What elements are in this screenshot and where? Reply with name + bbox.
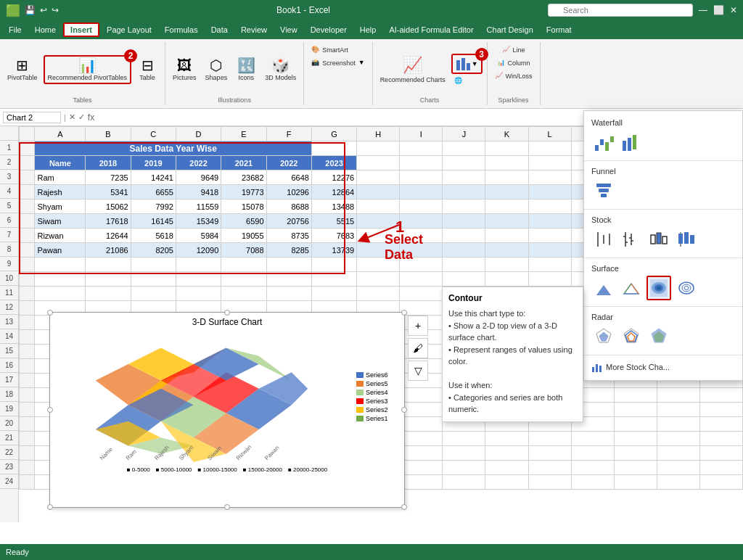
cell-rizwan-2023[interactable]: 7683 [311,228,356,243]
line-sparkline-button[interactable]: 📈 Line [499,44,528,55]
menu-insert[interactable]: Insert [63,22,99,37]
cell-shyam-2021[interactable]: 15078 [221,199,266,214]
cell-rajesh-2022a[interactable]: 9418 [176,185,221,199]
cell-rajesh-2019[interactable]: 6655 [131,185,176,199]
more-stock-charts-link[interactable]: More Stock Cha... [584,358,742,376]
cell-rizwan-2021[interactable]: 19055 [221,228,266,243]
cell-ram-2022b[interactable]: 6648 [266,170,311,185]
recommended-pivot-button[interactable]: 📊 Recommended PivotTables 2 [44,55,132,84]
year-2023-header[interactable]: 2023 [311,156,356,170]
resize-handle-tl[interactable] [47,310,53,316]
cell-pawan-2022a[interactable]: 12090 [176,243,221,258]
waterfall-chart-2[interactable] [619,130,644,155]
search-input[interactable] [548,4,693,17]
cell-rizwan-2022b[interactable]: 8735 [266,228,311,243]
cell-ram-2023[interactable]: 12276 [311,170,356,185]
cell-pawan-2023[interactable]: 13739 [311,243,356,258]
cell-pawan-2019[interactable]: 8205 [131,243,176,258]
funnel-chart-1[interactable] [591,178,616,203]
cell-rizwan-2022a[interactable]: 5984 [176,228,221,243]
radar-chart-1[interactable] [591,324,616,349]
menu-file[interactable]: File [3,24,28,36]
menu-view[interactable]: View [274,24,303,36]
cell-rizwan-name[interactable]: Rizwan [35,228,86,243]
surface-chart-wireframe[interactable] [674,276,699,300]
resize-handle-tr[interactable] [401,310,407,316]
year-2021-header[interactable]: 2021 [221,156,266,170]
menu-formulas[interactable]: Formulas [159,24,204,36]
waterfall-chart-1[interactable] [591,130,616,155]
cell-ram-2019[interactable]: 14241 [131,170,176,185]
column-sparkline-button[interactable]: 📊 Column [494,57,533,68]
cell-ram-2022a[interactable]: 9649 [176,170,221,185]
menu-review[interactable]: Review [235,24,273,36]
cell-siwam-2021[interactable]: 6590 [221,214,266,228]
pivot-table-button[interactable]: ⊞ PivotTable [4,57,41,83]
chart-container[interactable]: 3-D Surface Chart [49,312,405,508]
year-2022b-header[interactable]: 2022 [266,156,311,170]
save-icon[interactable]: 💾 [25,5,36,15]
cell-siwam-2022b[interactable]: 20756 [266,214,311,228]
year-2022a-header[interactable]: 2022 [176,156,221,170]
cell-ram-name[interactable]: Ram [35,170,86,185]
cell-shyam-2022a[interactable]: 11559 [176,199,221,214]
screenshot-button[interactable]: 📸 Screenshot ▼ [308,57,367,68]
minimize-icon[interactable]: — [699,5,707,15]
radar-chart-3[interactable] [646,324,671,349]
cell-shyam-name[interactable]: Shyam [35,199,86,214]
recommended-charts-button[interactable]: 📈 Recommended Charts [377,54,448,85]
resize-handle-br[interactable] [401,504,407,510]
stock-chart-4[interactable] [674,227,699,252]
menu-developer[interactable]: Developer [305,24,353,36]
cell-shyam-2018[interactable]: 15062 [86,199,131,214]
cell-siwam-2022a[interactable]: 15349 [176,214,221,228]
cell-rizwan-2019[interactable]: 5618 [131,228,176,243]
surface-chart-3d-2[interactable] [619,276,644,300]
menu-page-layout[interactable]: Page Layout [101,24,157,36]
cell-rajesh-2018[interactable]: 5341 [86,185,131,199]
smartart-button[interactable]: 🎨 SmartArt [308,44,351,55]
menu-ai-formula[interactable]: AI-aided Formula Editor [383,24,479,36]
chart-styles-button[interactable]: 🖌 [408,338,428,358]
cell-pawan-2022b[interactable]: 8285 [266,243,311,258]
function-icon[interactable]: fx [88,112,94,123]
cell-pawan-2021[interactable]: 7088 [221,243,266,258]
year-2019-header[interactable]: 2019 [131,156,176,170]
cell-siwam-2023[interactable]: 5515 [311,214,356,228]
name-box[interactable] [3,112,61,123]
surface-chart-contour[interactable] [646,276,671,300]
name-header[interactable]: Name [35,156,86,170]
menu-home[interactable]: Home [29,24,62,36]
map-chart-button[interactable]: 🌐 [451,75,483,86]
stock-chart-3[interactable] [646,227,671,252]
bar-chart-button[interactable]: ▼ 3 [451,54,483,74]
close-icon[interactable]: ✕ [730,5,737,15]
cell-shyam-2023[interactable]: 13488 [311,199,356,214]
cell-rajesh-2023[interactable]: 12864 [311,185,356,199]
cell-rajesh-2021[interactable]: 19773 [221,185,266,199]
menu-format[interactable]: Format [541,24,578,36]
resize-handle-left[interactable] [47,407,53,413]
menu-help[interactable]: Help [354,24,382,36]
cell-pawan-2018[interactable]: 21086 [86,243,131,258]
cell-ram-2018[interactable]: 7235 [86,170,131,185]
sales-title-cell[interactable]: Sales Data Year Wise [35,141,311,156]
cell-siwam-2018[interactable]: 17618 [86,214,131,228]
surface-chart-3d-1[interactable] [591,276,616,300]
resize-handle-right[interactable] [401,407,407,413]
cell-rajesh-2022b[interactable]: 10296 [266,185,311,199]
stock-chart-2[interactable] [619,227,644,252]
stock-chart-1[interactable] [591,227,616,252]
menu-chart-design[interactable]: Chart Design [481,24,539,36]
confirm-icon[interactable]: ✓ [78,112,85,122]
cell-ram-2021[interactable]: 23682 [221,170,266,185]
cell-rajesh-name[interactable]: Rajesh [35,185,86,199]
pictures-button[interactable]: 🖼 Pictures [170,57,200,83]
cell-shyam-2022b[interactable]: 8688 [266,199,311,214]
cell-rizwan-2018[interactable]: 12644 [86,228,131,243]
icons-button[interactable]: 🔣 Icons [233,57,259,83]
cell-pawan-name[interactable]: Pawan [35,243,86,258]
table-button[interactable]: ⊟ Table [134,57,160,83]
year-2018-header[interactable]: 2018 [86,156,131,170]
cell-siwam-2019[interactable]: 16145 [131,214,176,228]
